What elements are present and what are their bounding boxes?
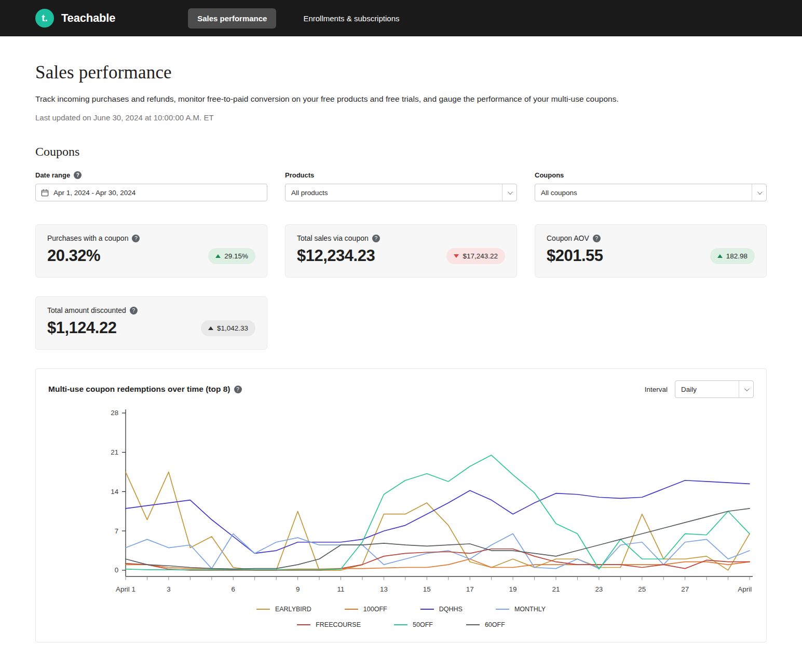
chevron-down-icon: [502, 184, 516, 201]
section-title-coupons: Coupons: [35, 145, 767, 159]
stat-label: Total sales via coupon: [297, 234, 369, 242]
legend-swatch-icon: [496, 609, 509, 610]
stat-delta: $1,042.33: [217, 324, 248, 332]
top-navigation-bar: t. Teachable Sales performance Enrollmen…: [0, 0, 802, 36]
legend-row: EARLYBIRD100OFFDQHHSMONTHLY: [48, 606, 754, 613]
stat-delta: 29.15%: [224, 252, 248, 260]
svg-text:7: 7: [115, 527, 118, 535]
legend-item-dqhhs[interactable]: DQHHS: [420, 606, 463, 613]
filters-row: Date range ? Apr 1, 2024 - Apr 30, 2024 …: [35, 171, 767, 201]
arrow-up-icon: [717, 254, 723, 258]
filter-date-range: Date range ? Apr 1, 2024 - Apr 30, 2024: [35, 171, 267, 201]
legend-swatch-icon: [256, 609, 270, 610]
chevron-down-icon: [739, 381, 753, 397]
legend-item-50off[interactable]: 50OFF: [394, 621, 433, 628]
brand: t. Teachable: [35, 9, 115, 28]
chart-legend: EARLYBIRD100OFFDQHHSMONTHLYFREECOURSE50O…: [48, 606, 754, 628]
last-updated-text: Last updated on June 30, 2024 at 10:00:0…: [35, 113, 767, 122]
filter-products: Products All products: [285, 171, 517, 201]
legend-item-earlybird[interactable]: EARLYBIRD: [256, 606, 311, 613]
help-icon[interactable]: ?: [234, 386, 242, 393]
help-icon[interactable]: ?: [372, 235, 380, 242]
legend-label: 100OFF: [363, 606, 387, 613]
svg-text:28: 28: [111, 409, 118, 417]
tab-enrollments-subscriptions[interactable]: Enrollments & subscriptions: [294, 8, 409, 29]
teachable-logo-icon[interactable]: t.: [35, 9, 54, 28]
legend-label: EARLYBIRD: [275, 606, 311, 613]
legend-label: 60OFF: [485, 621, 505, 628]
brand-name: Teachable: [61, 11, 115, 25]
svg-text:21: 21: [552, 585, 560, 593]
svg-text:19: 19: [509, 585, 517, 593]
products-select[interactable]: All products: [285, 184, 517, 201]
svg-text:11: 11: [337, 585, 345, 593]
svg-text:17: 17: [466, 585, 474, 593]
legend-label: 50OFF: [413, 621, 433, 628]
help-icon[interactable]: ?: [593, 235, 601, 242]
help-icon[interactable]: ?: [130, 307, 138, 314]
help-icon[interactable]: ?: [132, 235, 140, 242]
legend-item-monthly[interactable]: MONTHLY: [496, 606, 546, 613]
svg-text:25: 25: [638, 585, 646, 593]
legend-item-60off[interactable]: 60OFF: [466, 621, 505, 628]
svg-text:21: 21: [111, 448, 118, 456]
tab-sales-performance[interactable]: Sales performance: [188, 8, 276, 29]
stat-label: Purchases with a coupon: [47, 234, 128, 242]
legend-label: MONTHLY: [514, 606, 546, 613]
stat-delta-badge: $1,042.33: [201, 320, 255, 336]
legend-row: FREECOURSE50OFF60OFF: [48, 621, 754, 628]
date-range-value: Apr 1, 2024 - Apr 30, 2024: [53, 189, 135, 197]
help-icon[interactable]: ?: [74, 171, 81, 179]
stat-label: Total amount discounted: [47, 306, 126, 314]
legend-item-freecourse[interactable]: FREECOURSE: [297, 621, 361, 628]
interval-select[interactable]: Daily: [675, 380, 754, 398]
date-range-input[interactable]: Apr 1, 2024 - Apr 30, 2024: [35, 184, 267, 201]
products-label: Products: [285, 171, 314, 179]
chart-title: Multi-use coupon redemptions over time (…: [48, 385, 230, 394]
svg-text:9: 9: [296, 585, 300, 593]
legend-swatch-icon: [466, 624, 480, 625]
page-description: Track incoming purchases and refunds, mo…: [35, 94, 767, 104]
logo-letter: t.: [42, 12, 48, 24]
legend-label: FREECOURSE: [316, 621, 361, 628]
interval-label: Interval: [645, 386, 668, 393]
interval-value: Daily: [681, 386, 697, 393]
svg-text:23: 23: [595, 585, 603, 593]
legend-item-100off[interactable]: 100OFF: [345, 606, 387, 613]
top-nav: Sales performance Enrollments & subscrip…: [188, 8, 409, 29]
filter-coupons: Coupons All coupons: [535, 171, 767, 201]
coupon-redemptions-chart-card: Multi-use coupon redemptions over time (…: [35, 368, 767, 642]
arrow-up-icon: [208, 326, 213, 330]
stat-delta: $17,243.22: [463, 252, 498, 260]
svg-text:15: 15: [423, 585, 431, 593]
stat-card-purchases-with-coupon: Purchases with a coupon ? 20.32% 29.15%: [35, 224, 267, 278]
stat-value: $201.55: [547, 246, 603, 265]
stat-delta: 182.98: [726, 252, 747, 260]
coupon-redemptions-line-chart: 07142128April 1369111315171921232527Apri…: [48, 405, 754, 597]
arrow-up-icon: [215, 254, 221, 258]
arrow-down-icon: [454, 254, 459, 258]
svg-text:27: 27: [681, 585, 689, 593]
legend-label: DQHHS: [439, 606, 463, 613]
legend-swatch-icon: [394, 624, 407, 625]
svg-text:April 30: April 30: [738, 585, 754, 593]
coupons-label: Coupons: [535, 171, 564, 179]
legend-swatch-icon: [345, 609, 358, 610]
stat-label: Coupon AOV: [547, 234, 589, 242]
date-range-label: Date range: [35, 171, 70, 179]
svg-text:13: 13: [380, 585, 388, 593]
products-value: All products: [291, 189, 328, 197]
stat-delta-badge: 182.98: [710, 248, 755, 264]
svg-text:3: 3: [167, 585, 170, 593]
legend-swatch-icon: [297, 624, 310, 625]
svg-text:14: 14: [111, 488, 118, 496]
main-content: Sales performance Track incoming purchas…: [0, 62, 802, 658]
chevron-down-icon: [752, 184, 766, 201]
coupons-select[interactable]: All coupons: [535, 184, 767, 201]
stat-value: $1,124.22: [47, 319, 116, 337]
stat-delta-badge: 29.15%: [208, 248, 255, 264]
stat-card-total-sales-via-coupon: Total sales via coupon ? $12,234.23 $17,…: [285, 224, 517, 278]
svg-text:0: 0: [115, 566, 118, 574]
legend-swatch-icon: [420, 609, 434, 610]
stat-card-total-amount-discounted: Total amount discounted ? $1,124.22 $1,0…: [35, 296, 267, 350]
